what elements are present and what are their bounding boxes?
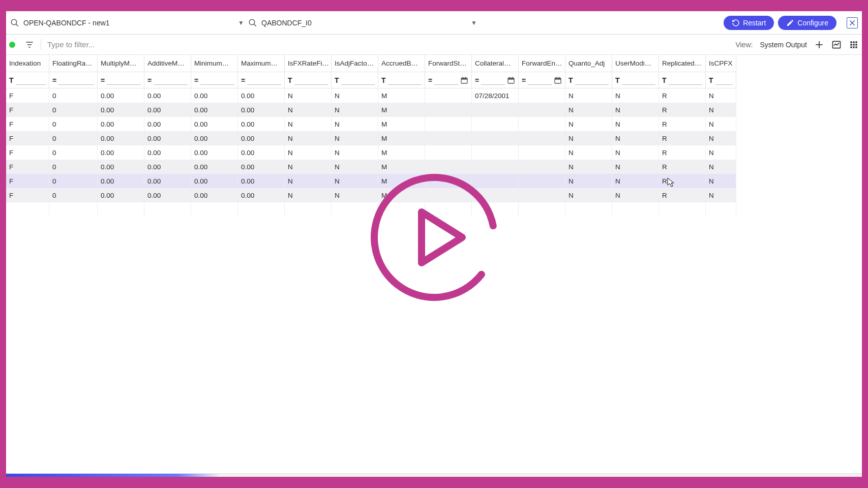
cell-replicated[interactable]: R [659, 174, 706, 188]
cell-multiplym[interactable]: 0.00 [98, 117, 144, 131]
cell-forwarden[interactable] [519, 131, 565, 145]
cell-isadjfacto[interactable]: N [332, 117, 378, 131]
column-header-quanto[interactable]: Quanto_Adj [565, 55, 612, 72]
cell-forwarden[interactable] [519, 160, 565, 174]
cell-forwardst[interactable] [425, 103, 472, 117]
column-header-iscpfx[interactable]: IsCPFX [706, 55, 736, 72]
cell-isadjfacto[interactable]: N [332, 131, 378, 145]
cell-minimum[interactable]: 0.00 [191, 188, 238, 202]
cell-multiplym[interactable]: 0.00 [98, 160, 144, 174]
column-header-additivem[interactable]: AdditiveM… [144, 55, 191, 72]
cell-minimum[interactable]: 0.00 [191, 103, 238, 117]
cell-multiplym[interactable]: 0.00 [98, 131, 144, 145]
cell-quanto[interactable]: N [565, 131, 612, 145]
cell-usermodi[interactable]: N [612, 160, 659, 174]
data-grid[interactable]: IndexationFloatingRa…MultiplyM…AdditiveM… [6, 55, 862, 474]
cell-isadjfacto[interactable]: N [332, 88, 378, 103]
filter-input-line[interactable] [58, 76, 94, 85]
column-header-minimum[interactable]: Minimum… [191, 55, 238, 72]
cell-forwardst[interactable] [425, 117, 472, 131]
cell-isfxratefi[interactable]: N [285, 188, 332, 202]
filter-input-line[interactable] [434, 76, 458, 85]
add-button[interactable] [814, 40, 824, 50]
cell-indexation[interactable]: F [6, 131, 49, 145]
chart-icon[interactable] [831, 40, 842, 50]
column-header-collateral[interactable]: Collateral… [472, 55, 519, 72]
cell-forwardst[interactable] [425, 131, 472, 145]
filter-input-line[interactable] [16, 76, 46, 85]
column-header-indexation[interactable]: Indexation [6, 55, 49, 72]
cell-iscpfx[interactable]: N [706, 145, 736, 160]
cell-replicated[interactable]: R [659, 88, 706, 103]
cell-isfxratefi[interactable]: N [285, 103, 332, 117]
column-filter-minimum[interactable]: = [191, 72, 238, 88]
cell-forwardst[interactable] [425, 88, 472, 103]
chevron-down-icon[interactable]: ▼ [471, 19, 477, 26]
cell-minimum[interactable]: 0.00 [191, 160, 238, 174]
cell-isadjfacto[interactable]: N [332, 174, 378, 188]
cell-multiplym[interactable]: 0.00 [98, 145, 144, 160]
cell-maximum[interactable]: 0.00 [238, 174, 285, 188]
cell-additivem[interactable]: 0.00 [144, 131, 191, 145]
cell-usermodi[interactable]: N [612, 174, 659, 188]
filter-input-line[interactable] [200, 76, 234, 85]
configure-button[interactable]: Configure [778, 16, 836, 30]
column-header-replicated[interactable]: Replicated… [659, 55, 706, 72]
cell-accruedb[interactable]: M [378, 88, 425, 103]
filter-input-line[interactable] [154, 76, 188, 85]
column-header-isfxratefi[interactable]: IsFXRateFi… [285, 55, 332, 72]
cell-maximum[interactable]: 0.00 [238, 117, 285, 131]
cell-floatingra[interactable]: 0 [49, 188, 98, 202]
column-filter-additivem[interactable]: = [144, 72, 191, 88]
filter-input-line[interactable] [575, 76, 609, 85]
column-filter-multiplym[interactable]: = [98, 72, 144, 88]
column-filter-collateral[interactable]: = [472, 72, 519, 88]
cell-collateral[interactable] [472, 174, 519, 188]
cell-replicated[interactable]: R [659, 145, 706, 160]
cell-iscpfx[interactable]: N [706, 188, 736, 202]
column-filter-maximum[interactable]: = [238, 72, 285, 88]
cell-iscpfx[interactable]: N [706, 88, 736, 103]
cell-quanto[interactable]: N [565, 117, 612, 131]
filter-input-line[interactable] [294, 76, 328, 85]
cell-usermodi[interactable]: N [612, 131, 659, 145]
cell-minimum[interactable]: 0.00 [191, 88, 238, 103]
cell-accruedb[interactable]: M [378, 188, 425, 202]
column-header-forwarden[interactable]: ForwardEn… [519, 55, 565, 72]
cell-maximum[interactable]: 0.00 [238, 145, 285, 160]
cell-floatingra[interactable]: 0 [49, 174, 98, 188]
cell-forwarden[interactable] [519, 88, 565, 103]
filter-input-line[interactable] [107, 76, 141, 85]
filter-input-line[interactable] [388, 76, 422, 85]
cell-replicated[interactable]: R [659, 117, 706, 131]
filter-icon[interactable] [24, 40, 35, 50]
cell-usermodi[interactable]: N [612, 103, 659, 117]
filter-input-line[interactable] [341, 76, 375, 85]
column-header-isadjfacto[interactable]: IsAdjFacto… [332, 55, 378, 72]
cell-isfxratefi[interactable]: N [285, 131, 332, 145]
cell-usermodi[interactable]: N [612, 88, 659, 103]
cell-collateral[interactable] [472, 117, 519, 131]
cell-additivem[interactable]: 0.00 [144, 188, 191, 202]
cell-collateral[interactable]: 07/28/2001 [472, 88, 519, 103]
cell-quanto[interactable]: N [565, 145, 612, 160]
column-header-usermodi[interactable]: UserModi… [612, 55, 659, 72]
cell-isadjfacto[interactable]: N [332, 160, 378, 174]
cell-floatingra[interactable]: 0 [49, 131, 98, 145]
cell-floatingra[interactable]: 0 [49, 117, 98, 131]
cell-indexation[interactable]: F [6, 103, 49, 117]
cell-forwardst[interactable] [425, 160, 472, 174]
cell-iscpfx[interactable]: N [706, 117, 736, 131]
filter-input[interactable] [47, 40, 200, 49]
cell-additivem[interactable]: 0.00 [144, 103, 191, 117]
cell-forwarden[interactable] [519, 103, 565, 117]
filter-input-line[interactable] [481, 76, 505, 85]
cell-minimum[interactable]: 0.00 [191, 117, 238, 131]
cell-maximum[interactable]: 0.00 [238, 131, 285, 145]
search-1[interactable]: OPEN-QABONDCF - new1 ▼ [10, 18, 244, 27]
cell-additivem[interactable]: 0.00 [144, 145, 191, 160]
column-header-floatingra[interactable]: FloatingRa… [49, 55, 98, 72]
column-header-accruedb[interactable]: AccruedB… [378, 55, 425, 72]
cell-accruedb[interactable]: M [378, 145, 425, 160]
cell-minimum[interactable]: 0.00 [191, 145, 238, 160]
